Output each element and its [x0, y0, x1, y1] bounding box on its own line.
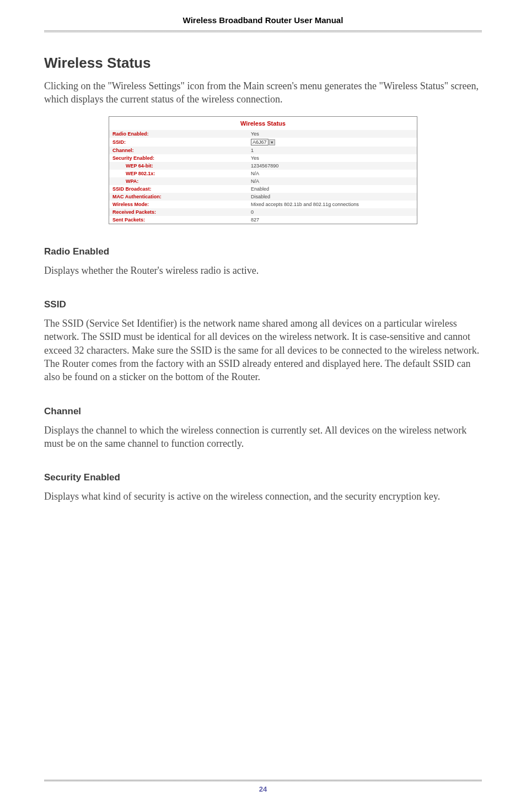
wireless-status-caption: Wireless Status — [109, 117, 417, 130]
page-number: 24 — [0, 785, 526, 793]
subsection-body: Displays what kind of security is active… — [44, 490, 482, 503]
ssid-select[interactable]: A6J67 — [251, 139, 269, 145]
status-row: SSID:A6J67▼ — [109, 138, 417, 147]
status-row-label: WEP 802.1x: — [109, 170, 248, 177]
status-row: MAC Authentication:Disabled — [109, 193, 417, 201]
page-footer: 24 — [0, 779, 526, 793]
document-header-title: Wireless Broadband Router User Manual — [44, 15, 482, 25]
subsection-heading: Security Enabled — [44, 472, 482, 483]
status-row: Wireless Mode:Mixed accepts 802.11b and … — [109, 201, 417, 208]
status-row-value: N/A — [248, 177, 417, 185]
status-row-label: Sent Packets: — [109, 216, 248, 224]
status-row-value: Yes — [248, 154, 417, 162]
subsection-heading: Radio Enabled — [44, 246, 482, 257]
status-row: WEP 802.1x:N/A — [109, 170, 417, 177]
status-row-value: N/A — [248, 170, 417, 177]
status-row: Channel:1 — [109, 147, 417, 154]
status-row-label: Wireless Mode: — [109, 201, 248, 208]
footer-divider — [44, 779, 482, 782]
status-row-value: Enabled — [248, 185, 417, 193]
status-row: Sent Packets:827 — [109, 216, 417, 224]
header-divider — [44, 30, 482, 33]
status-row-label: Channel: — [109, 147, 248, 154]
status-row-label: SSID: — [109, 138, 248, 147]
status-row-value: Yes — [248, 130, 417, 138]
subsection-heading: SSID — [44, 299, 482, 310]
wireless-status-table: Radio Enabled:YesSSID:A6J67▼Channel:1Sec… — [109, 130, 417, 224]
status-row-label: Received Packets: — [109, 208, 248, 216]
status-row-label: MAC Authentication: — [109, 193, 248, 201]
status-row: WEP 64-bit:1234567890 — [109, 162, 417, 170]
status-row: SSID Broadcast:Enabled — [109, 185, 417, 193]
status-row-label: Security Enabled: — [109, 154, 248, 162]
status-row-value: Disabled — [248, 193, 417, 201]
section-heading-wireless-status: Wireless Status — [44, 55, 482, 72]
status-row: Received Packets:0 — [109, 208, 417, 216]
status-row: WPA:N/A — [109, 177, 417, 185]
section-intro-paragraph: Clicking on the "Wireless Settings" icon… — [44, 79, 482, 106]
status-row-label: SSID Broadcast: — [109, 185, 248, 193]
status-row-value: 1234567890 — [248, 162, 417, 170]
subsection-body: Displays whether the Router's wireless r… — [44, 264, 482, 277]
subsection-body: The SSID (Service Set Identifier) is the… — [44, 317, 482, 383]
subsection-heading: Channel — [44, 406, 482, 417]
status-row-value: Mixed accepts 802.11b and 802.11g connec… — [248, 201, 417, 208]
status-row-value: 1 — [248, 147, 417, 154]
chevron-down-icon[interactable]: ▼ — [269, 139, 275, 145]
status-row-value: 0 — [248, 208, 417, 216]
status-row: Security Enabled:Yes — [109, 154, 417, 162]
status-row-value: 827 — [248, 216, 417, 224]
status-row-label: WPA: — [109, 177, 248, 185]
page-container: Wireless Broadband Router User Manual Wi… — [0, 0, 526, 812]
status-row-label: Radio Enabled: — [109, 130, 248, 138]
status-row-label: WEP 64-bit: — [109, 162, 248, 170]
status-row: Radio Enabled:Yes — [109, 130, 417, 138]
status-row-value: A6J67▼ — [248, 138, 417, 147]
subsection-body: Displays the channel to which the wirele… — [44, 424, 482, 451]
wireless-status-panel: Wireless Status Radio Enabled:YesSSID:A6… — [109, 116, 417, 224]
